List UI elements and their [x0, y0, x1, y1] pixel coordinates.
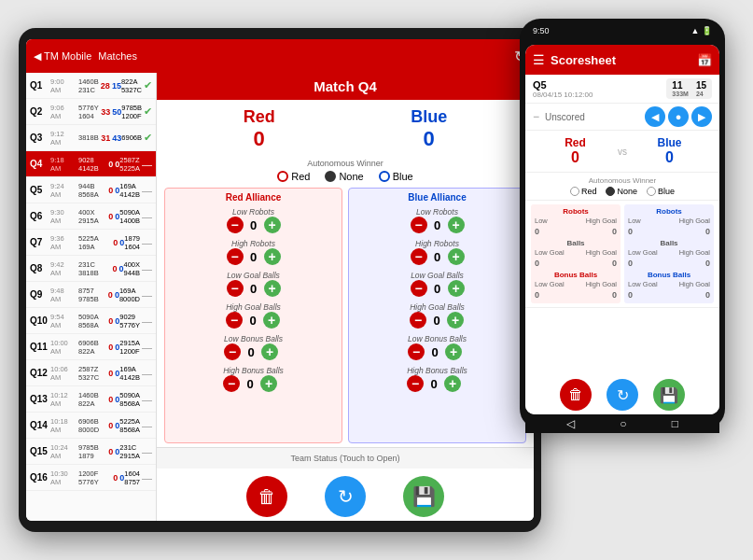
blue-low-robots-minus[interactable]: −: [411, 217, 427, 233]
sidebar: Q1 9:00AM 1460B231C 28 15 822A5327C ✔ Q2…: [26, 73, 157, 521]
red-low-bonus-plus[interactable]: +: [261, 343, 278, 360]
sidebar-row[interactable]: Q3 9:12AM 3818B 31 43 6906B ✔: [26, 125, 156, 151]
sidebar-score-blue: 50: [112, 107, 121, 117]
back-button[interactable]: ◀ TM Mobile Matches: [34, 50, 137, 63]
blue-low-goal-minus[interactable]: −: [411, 280, 427, 297]
sidebar-row[interactable]: Q4 9:18AM 90284142B 0 0 2587Z5225A —: [26, 151, 156, 177]
sidebar-score-red: 0: [112, 264, 117, 273]
tablet-actions: 🗑 ↻ 💾: [157, 469, 534, 521]
sidebar-match-teams: 9785B1879: [78, 443, 108, 460]
blue-low-robots-plus[interactable]: +: [448, 217, 465, 233]
blue-low-goal-plus[interactable]: +: [448, 280, 465, 297]
phone-save-button[interactable]: 💾: [653, 379, 685, 411]
phone-navbar: ◁ ○ □: [525, 414, 719, 433]
sidebar-row[interactable]: Q8 9:42AM 231C3818B 0 0 400X944B —: [26, 256, 156, 282]
sidebar-row[interactable]: Q7 9:36AM 5225A169A 0 0 18791604 —: [26, 230, 156, 256]
sidebar-row[interactable]: Q6 9:30AM 400X2915A 0 0 5090A1400B —: [26, 203, 156, 230]
sidebar-row[interactable]: Q14 10:18AM 6906B8000D 0 0 5225A8568A —: [26, 413, 156, 439]
sidebar-match-teams: 5225A169A: [78, 234, 113, 251]
blue-high-goal-minus[interactable]: −: [410, 312, 426, 329]
phone-nav-home-hw[interactable]: ○: [620, 417, 626, 430]
phone-menu-icon[interactable]: ☰: [533, 52, 545, 67]
sidebar-match-scores: 33 50: [101, 107, 121, 117]
sidebar-teams2: 169A4142B: [119, 182, 140, 199]
red-high-robots-plus[interactable]: +: [264, 248, 281, 265]
sidebar-row[interactable]: Q9 9:48AM 87579785B 0 0 169A8000D —: [26, 282, 156, 308]
sidebar-score-red: 33: [101, 107, 110, 117]
phone-blue-balls-vals: 0 0: [628, 258, 710, 269]
phone-radio-none[interactable]: None: [606, 187, 637, 196]
phone-nav-circle[interactable]: ●: [668, 106, 689, 127]
sidebar-score-red: 0: [108, 212, 113, 221]
phone-blue-bonus-vals: 0 0: [628, 289, 710, 301]
tablet-delete-button[interactable]: 🗑: [246, 476, 287, 517]
sidebar-match-icon: ✔: [144, 132, 152, 144]
red-high-goal-plus[interactable]: +: [263, 312, 280, 329]
phone-radio-blue[interactable]: Blue: [647, 187, 675, 196]
phone-radio-red[interactable]: Red: [570, 187, 597, 196]
blue-low-bonus-plus[interactable]: +: [445, 343, 462, 360]
radio-blue[interactable]: Blue: [379, 171, 413, 182]
phone-calendar-icon[interactable]: 📅: [697, 53, 712, 67]
sidebar-match-teams: 6906B822A: [78, 339, 108, 356]
red-low-bonus-value: 0: [244, 345, 258, 359]
phone-red-bonus-high-label: High Goal: [586, 280, 617, 288]
blue-high-bonus-minus[interactable]: −: [407, 375, 424, 392]
red-high-bonus-minus[interactable]: −: [223, 375, 240, 392]
radio-red[interactable]: Red: [277, 171, 310, 182]
blue-high-bonus-plus[interactable]: +: [444, 375, 461, 392]
sidebar-match-label: Q12: [30, 368, 50, 378]
phone-nav-back[interactable]: ◀: [645, 106, 665, 127]
blue-high-robots-minus[interactable]: −: [411, 248, 427, 265]
sidebar-match-time: 10:12AM: [50, 391, 78, 408]
sidebar-row[interactable]: Q5 9:24AM 944B8568A 0 0 169A4142B —: [26, 177, 156, 203]
blue-low-bonus-minus[interactable]: −: [408, 343, 425, 360]
blue-low-robots-section: Low Robots − 0 +: [411, 207, 465, 233]
blue-high-robots-plus[interactable]: +: [448, 248, 465, 265]
sidebar-match-time: 9:48AM: [50, 287, 78, 303]
phone-nav-forward[interactable]: ▶: [691, 106, 712, 127]
red-high-goal-minus[interactable]: −: [226, 312, 243, 329]
phone-nav-back-hw[interactable]: ◁: [566, 417, 575, 430]
sidebar-row[interactable]: Q12 10:06AM 2587Z5327C 0 0 169A4142B —: [26, 360, 156, 386]
sidebar-row[interactable]: Q11 10:00AM 6906B822A 0 0 2915A1200F —: [26, 334, 156, 360]
phone-red-alliance: Red 0: [533, 136, 618, 166]
red-low-bonus-minus[interactable]: −: [224, 343, 241, 360]
red-low-goal-plus[interactable]: +: [264, 280, 281, 297]
tablet-save-button[interactable]: 💾: [403, 476, 444, 517]
sidebar-match-teams: 2587Z5327C: [78, 365, 108, 382]
sidebar-match-scores: 0 0: [108, 395, 119, 404]
sidebar-match-time: 9:06AM: [50, 104, 78, 120]
phone-nav-recent-hw[interactable]: □: [672, 417, 678, 430]
blue-high-goal-plus[interactable]: +: [447, 312, 464, 329]
sidebar-row[interactable]: Q15 10:24AM 9785B1879 0 0 231C2915A —: [26, 439, 156, 465]
phone-red-balls-low-val: 0: [535, 259, 539, 268]
phone-blue-low-label: Low: [628, 217, 641, 225]
sidebar-row[interactable]: Q1 9:00AM 1460B231C 28 15 822A5327C ✔: [26, 73, 156, 99]
phone-match-details: Q5 08/04/15 10:12:00: [533, 79, 593, 99]
sidebar-match-icon: —: [142, 289, 152, 301]
sidebar-row[interactable]: Q13 10:12AM 1460B822A 0 0 5090A8568A —: [26, 386, 156, 413]
red-low-robots-plus[interactable]: +: [264, 217, 281, 233]
sidebar-match-scores: 0 0: [108, 186, 119, 195]
phone-refresh-button[interactable]: ↻: [607, 379, 638, 411]
radio-none[interactable]: None: [325, 171, 363, 182]
red-low-robots-minus[interactable]: −: [227, 217, 244, 233]
phone-minus-icon: −: [533, 110, 539, 123]
red-low-goal-minus[interactable]: −: [227, 280, 244, 297]
sidebar-row[interactable]: Q10 9:54AM 5090A8568A 0 0 90295776Y —: [26, 308, 156, 334]
sidebar-row[interactable]: Q2 9:06AM 5776Y1604 33 50 9785B1200F ✔: [26, 99, 156, 125]
sidebar-row[interactable]: Q16 10:30AM 1200F5776Y 0 0 16048757 —: [26, 465, 156, 491]
tablet: ◀ TM Mobile Matches ↻ Q1 9:00AM 1460B231…: [19, 28, 541, 532]
red-high-bonus-plus[interactable]: +: [260, 375, 277, 392]
phone-screen: ☰ Scoresheet 📅 Q5 08/04/15 10:12:00 11 3…: [525, 45, 719, 414]
tablet-refresh-button[interactable]: ↻: [325, 476, 366, 517]
red-high-robots-minus[interactable]: −: [227, 248, 244, 265]
blue-low-goal-value: 0: [430, 282, 445, 296]
phone-red-bonus-title: Bonus Balls: [535, 271, 617, 279]
phone-match-scores-box: 11 333M 15 24: [666, 78, 712, 99]
team-status-bar[interactable]: Team Status (Touch to Open): [157, 447, 534, 469]
phone-title: Scoresheet: [551, 53, 697, 67]
phone-delete-button[interactable]: 🗑: [560, 379, 592, 411]
sidebar-match-label: Q8: [30, 263, 50, 273]
